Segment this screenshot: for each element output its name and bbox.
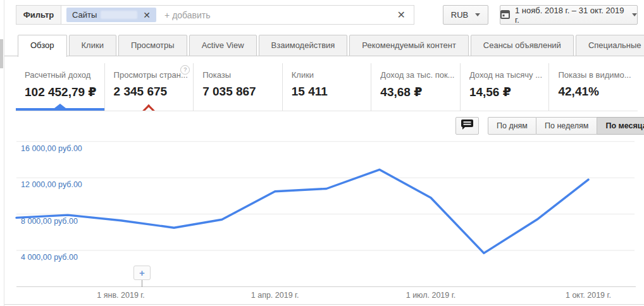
tab-2[interactable]: Просмотры [118,35,187,56]
x-axis-label: 1 янв. 2019 г. [97,291,144,300]
x-axis-label: 1 окт. 2019 г. [566,291,611,300]
annotation-connector [142,280,142,287]
y-axis-label: 16 000,00 руб.00 [21,144,82,153]
tab-label: Active View [202,40,244,50]
tab-label: Рекомендуемый контент [362,40,455,50]
tab-label: Взаимодействия [271,40,335,50]
y-axis-label: 8 000,00 руб.00 [21,217,78,226]
tab-7[interactable]: Специальные✕ [576,35,644,56]
tab-label: Клики [82,40,104,50]
tab-bar: ОбзорКликиПросмотрыActive ViewВзаимодейс… [18,35,644,57]
tab-label: Сеансы объявлений [483,40,561,50]
y-axis-label: 4 000,00 руб.00 [21,253,78,262]
tab-3[interactable]: Active View [189,35,257,56]
tab-0[interactable]: Обзор [18,35,67,57]
tab-label: Просмотры [131,40,175,50]
tab-6[interactable]: Сеансы объявлений [471,35,574,56]
tab-5[interactable]: Рекомендуемый контент [349,35,468,56]
adsense-report-page: Фильтр Сайты ✕ + добавить ✕ RUB 1 нояб. … [0,0,644,306]
tab-4[interactable]: Взаимодействия [259,35,348,56]
tab-label: Специальные [588,40,641,50]
tab-label: Обзор [30,40,54,50]
tab-1[interactable]: Клики [69,35,116,56]
add-annotation-button[interactable]: + [133,266,151,280]
revenue-series-line [16,169,588,253]
x-axis-label: 1 июл. 2019 г. [406,291,456,300]
x-axis-label: 1 апр. 2019 г. [251,291,299,300]
y-axis-label: 12 000,00 руб.00 [21,180,82,189]
